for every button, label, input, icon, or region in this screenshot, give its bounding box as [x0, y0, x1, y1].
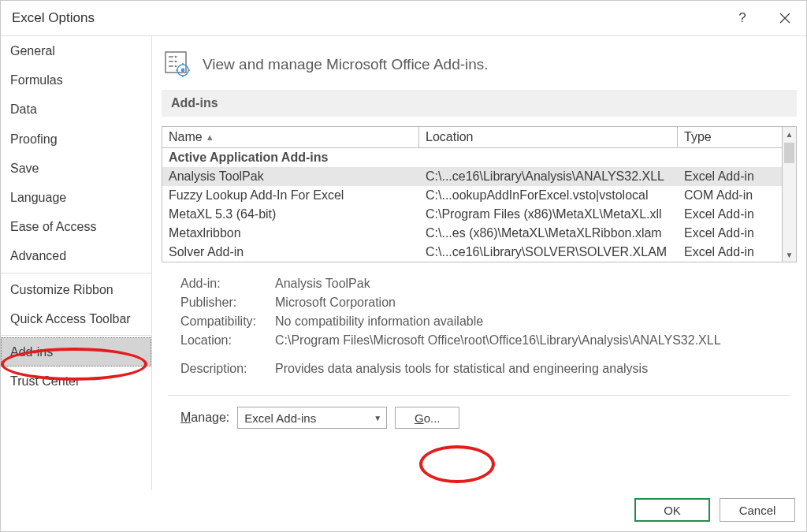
- ok-button[interactable]: OK: [634, 498, 710, 522]
- sidebar-item-formulas[interactable]: Formulas: [1, 65, 151, 95]
- details-panel: Add-in:Analysis ToolPak Publisher:Micros…: [162, 262, 797, 381]
- table-row[interactable]: Solver Add-in: [162, 243, 419, 262]
- sidebar-item-proofing[interactable]: Proofing: [1, 125, 151, 154]
- table-row[interactable]: Metaxlribbon: [162, 224, 419, 243]
- sidebar-item-data[interactable]: Data: [1, 95, 151, 124]
- svg-point-8: [181, 69, 185, 73]
- section-header-addins: Add-ins: [162, 90, 797, 117]
- table-cell[interactable]: C:\...ce16\Library\Analysis\ANALYS32.XLL: [419, 167, 678, 186]
- addins-table[interactable]: Name ▲ Active Application Add-ins Analys…: [162, 126, 797, 262]
- detail-value-desc: Provides data analysis tools for statist…: [275, 362, 778, 376]
- manage-dropdown[interactable]: Excel Add-ins ▼: [237, 407, 387, 429]
- sidebar-item-save[interactable]: Save: [1, 154, 151, 183]
- excel-options-dialog: Excel Options ? General Formulas Data Pr…: [0, 0, 807, 532]
- col-header-name[interactable]: Name ▲: [162, 127, 419, 148]
- table-cell[interactable]: C:\...es (x86)\MetaXL\MetaXLRibbon.xlam: [419, 224, 678, 243]
- manage-label: Manage:: [180, 411, 229, 425]
- table-row[interactable]: Fuzzy Lookup Add-In For Excel: [162, 186, 419, 205]
- detail-label-compat: Compatibility:: [180, 314, 275, 329]
- table-cell[interactable]: C:\...ce16\Library\SOLVER\SOLVER.XLAM: [419, 243, 678, 262]
- sidebar-item-language[interactable]: Language: [1, 183, 151, 212]
- table-row[interactable]: MetaXL 5.3 (64-bit): [162, 205, 419, 224]
- table-cell[interactable]: Excel Add-in: [678, 167, 782, 186]
- sidebar-item-advanced[interactable]: Advanced: [1, 241, 151, 270]
- close-button[interactable]: [764, 1, 806, 35]
- svg-point-4: [175, 61, 177, 63]
- sidebar-item-ease-of-access[interactable]: Ease of Access: [1, 212, 151, 241]
- sidebar-item-general[interactable]: General: [1, 36, 151, 65]
- detail-value-location: C:\Program Files\Microsoft Office\root\O…: [275, 333, 778, 348]
- table-cell[interactable]: Excel Add-in: [678, 243, 782, 262]
- col-header-location[interactable]: Location: [419, 127, 678, 148]
- go-button[interactable]: Go...: [395, 407, 459, 429]
- dialog-title: Excel Options: [12, 10, 95, 26]
- sidebar-item-quick-access-toolbar[interactable]: Quick Access Toolbar: [1, 304, 151, 333]
- sidebar-item-add-ins[interactable]: Add-ins: [1, 337, 151, 366]
- table-row[interactable]: Analysis ToolPak: [162, 167, 419, 186]
- detail-label-addin: Add-in:: [180, 277, 275, 291]
- scroll-down-icon[interactable]: ▼: [783, 247, 796, 262]
- sidebar: General Formulas Data Proofing Save Lang…: [1, 36, 152, 490]
- chevron-down-icon: ▼: [374, 414, 381, 422]
- detail-value-compat: No compatibility information available: [275, 314, 778, 329]
- table-cell[interactable]: Excel Add-in: [678, 205, 782, 224]
- svg-point-2: [175, 56, 177, 58]
- titlebar: Excel Options ?: [1, 1, 806, 35]
- detail-label-desc: Description:: [180, 362, 275, 376]
- page-header: View and manage Microsoft Office Add-ins…: [203, 56, 489, 73]
- addins-icon: [163, 50, 192, 79]
- cancel-button[interactable]: Cancel: [720, 498, 795, 522]
- sort-asc-icon: ▲: [206, 132, 214, 142]
- scroll-up-icon[interactable]: ▲: [783, 127, 796, 141]
- svg-point-6: [175, 65, 177, 68]
- table-cell[interactable]: COM Add-in: [678, 186, 782, 205]
- detail-value-addin: Analysis ToolPak: [275, 277, 778, 291]
- sidebar-item-trust-center[interactable]: Trust Center: [1, 366, 151, 396]
- table-cell[interactable]: C:\Program Files (x86)\MetaXL\MetaXL.xll: [419, 205, 678, 224]
- table-cell[interactable]: C:\...ookupAddInForExcel.vsto|vstolocal: [419, 186, 678, 205]
- scroll-thumb[interactable]: [784, 143, 794, 163]
- table-cell[interactable]: Excel Add-in: [678, 224, 782, 243]
- detail-label-location: Location:: [180, 333, 275, 348]
- help-button[interactable]: ?: [721, 1, 764, 35]
- table-scrollbar[interactable]: ▲ ▼: [782, 127, 796, 262]
- group-header: Active Application Add-ins: [162, 148, 419, 167]
- detail-label-publisher: Publisher:: [180, 296, 275, 310]
- col-header-type[interactable]: Type: [678, 127, 782, 148]
- close-icon: [779, 13, 790, 24]
- sidebar-item-customize-ribbon[interactable]: Customize Ribbon: [1, 275, 151, 304]
- detail-value-publisher: Microsoft Corporation: [275, 296, 778, 310]
